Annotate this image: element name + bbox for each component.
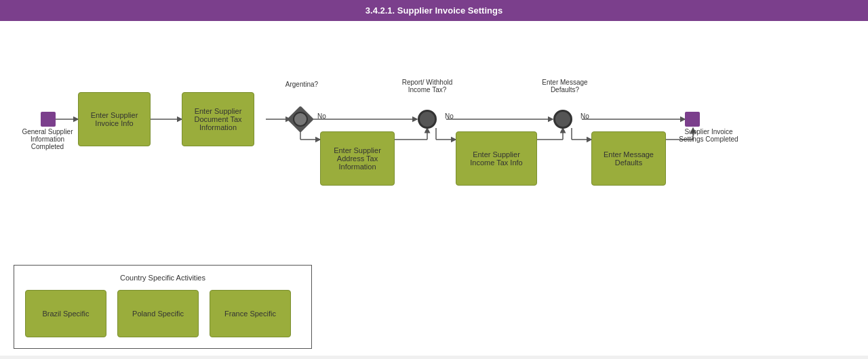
no2-label: No xyxy=(445,112,454,120)
box-enter-supplier-invoice-info[interactable]: Enter Supplier Invoice Info xyxy=(78,92,151,146)
end-label: Supplier Invoice Settings Completed xyxy=(678,128,739,143)
start-terminal xyxy=(41,112,56,127)
gateway-report-withhold xyxy=(418,110,437,129)
legend-title: Country Specific Activities xyxy=(25,274,300,282)
gateway-message-defaults xyxy=(553,110,572,129)
legend-box: Country Specific Activities Brazil Speci… xyxy=(14,265,312,349)
circle-gw1 xyxy=(293,112,308,127)
message-defaults-label: Enter Message Defaults? xyxy=(538,79,592,93)
header-title: 3.4.2.1. Supplier Invoice Settings xyxy=(366,5,502,16)
box-enter-supplier-document-tax[interactable]: Enter Supplier Document Tax Information xyxy=(182,92,254,146)
start-label: General Supplier Information Completed xyxy=(17,128,78,150)
no3-label: No xyxy=(580,112,589,120)
legend-item-poland[interactable]: Poland Specific xyxy=(117,290,199,337)
main-content: General Supplier Information Completed E… xyxy=(0,21,868,356)
legend-item-brazil[interactable]: Brazil Specific xyxy=(25,290,106,337)
no1-label: No xyxy=(317,112,326,120)
legend-items: Brazil Specific Poland Specific France S… xyxy=(25,290,300,337)
argentina-label: Argentina? xyxy=(281,81,322,88)
box-enter-supplier-income-tax[interactable]: Enter Supplier Income Tax Info xyxy=(456,131,537,186)
end-terminal xyxy=(685,112,700,127)
box-enter-supplier-address-tax[interactable]: Enter Supplier Address Tax Information xyxy=(320,131,395,186)
box-enter-message-defaults[interactable]: Enter Message Defaults xyxy=(591,131,666,186)
report-withhold-label: Report/ Withhold Income Tax? xyxy=(400,79,454,93)
page-header: 3.4.2.1. Supplier Invoice Settings xyxy=(0,0,868,21)
legend-item-france[interactable]: France Specific xyxy=(210,290,291,337)
